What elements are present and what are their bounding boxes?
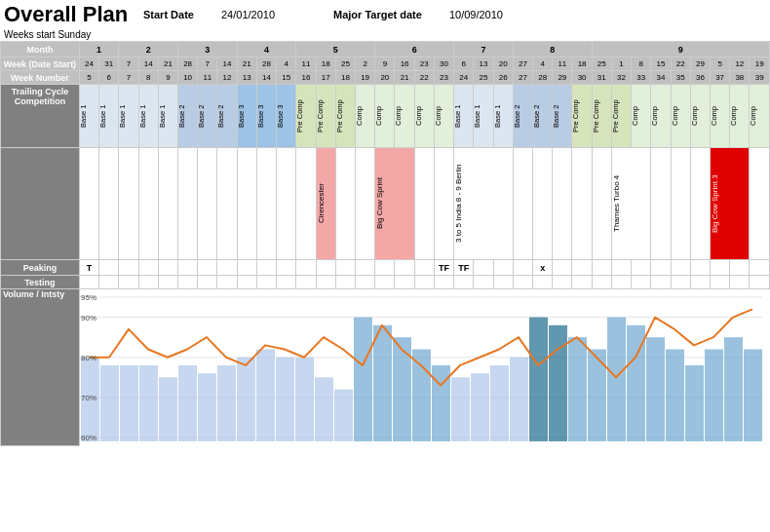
testing-cell [335,276,355,289]
peaking-cell [730,260,750,276]
cycle-cell: Base 1 [454,85,474,148]
week-num-cell: 24 [454,71,474,85]
svg-text:90%: 90% [81,314,96,323]
svg-text:60%: 60% [81,434,96,442]
month-cell: 1 [79,42,118,57]
testing-cell [158,276,177,289]
cycle-cell: Comp [671,85,690,148]
week-date-cell: 27 [513,57,532,71]
svg-rect-19 [334,390,353,441]
cycle-cell: Comp [632,85,651,148]
svg-rect-12 [198,373,216,441]
svg-rect-35 [646,337,665,441]
cycle-cell: Comp [414,85,434,148]
peaking-cell [277,260,296,276]
comp-empty-cell [651,148,671,260]
testing-cell [671,276,690,289]
week-date-cell: 7 [119,57,138,71]
testing-cell [711,276,730,289]
testing-cell [178,276,198,289]
svg-rect-28 [510,358,528,441]
svg-rect-18 [315,377,333,441]
start-date-value: 24/01/2010 [221,9,275,20]
week-num-cell: 39 [750,71,770,85]
week-date-cell: 14 [217,57,237,71]
svg-rect-29 [529,318,548,441]
week-date-cell: 1 [611,57,631,71]
cycle-cell: Comp [730,85,750,148]
week-num-cell: 23 [434,71,453,85]
week-num-cell: 31 [592,71,611,85]
peaking-cell [119,260,138,276]
testing-cell [493,276,513,289]
cycle-cell: Comp [395,85,414,148]
week-date-cell: 22 [671,57,690,71]
week-date-cell: 21 [158,57,177,71]
competition-label [1,148,80,260]
testing-cell [99,276,119,289]
weeks-start-label: Weeks start Sunday [0,29,770,41]
week-num-cell: 19 [356,71,375,85]
peaking-cell [335,260,355,276]
testing-cell [138,276,158,289]
comp-empty-cell [513,148,532,260]
comp-empty-cell [335,148,355,260]
comp-empty-cell [237,148,256,260]
svg-rect-8 [120,365,138,441]
peaking-cell [711,260,730,276]
week-num-cell: 35 [671,71,690,85]
svg-rect-15 [256,349,275,441]
testing-cell [256,276,276,289]
testing-cell [513,276,532,289]
testing-cell [217,276,237,289]
vol-intsty-label: Volume / Intsty [1,289,80,446]
cycle-cell: Base 1 [158,85,177,148]
comp-empty-cell [178,148,198,260]
testing-cell [296,276,316,289]
cycle-cell: Comp [356,85,375,148]
comp-empty-cell [572,148,592,260]
peaking-cell [414,260,434,276]
cycle-cell: Pre Comp [611,85,631,148]
peaking-cell: TF [454,260,474,276]
main-grid: Month123456789Week (Date Start)243171421… [0,41,770,446]
week-date-cell: 28 [256,57,276,71]
testing-cell [592,276,611,289]
week-date-cell: 31 [99,57,119,71]
peaking-cell [632,260,651,276]
cycle-cell: Base 1 [79,85,98,148]
week-date-cell: 15 [651,57,671,71]
month-label: Month [1,42,80,57]
week-date-cell: 28 [178,57,198,71]
week-date-cell: 29 [690,57,710,71]
svg-rect-21 [373,325,392,441]
week-num-cell: 8 [138,71,158,85]
week-date-label: Week (Date Start) [1,57,80,71]
peaking-cell [158,260,177,276]
testing-cell [611,276,631,289]
svg-rect-22 [393,337,411,441]
testing-cell [690,276,710,289]
svg-rect-9 [139,365,158,441]
svg-rect-20 [354,318,372,441]
testing-cell [750,276,770,289]
peaking-cell [553,260,572,276]
svg-rect-23 [412,349,431,441]
week-num-cell: 13 [237,71,256,85]
svg-rect-30 [549,325,567,441]
week-date-cell: 23 [414,57,434,71]
week-num-cell: 36 [690,71,710,85]
week-num-cell: 9 [158,71,177,85]
svg-text:80%: 80% [81,354,96,362]
testing-cell [79,276,98,289]
week-num-cell: 37 [711,71,730,85]
week-date-cell: 9 [375,57,395,71]
svg-rect-13 [217,365,236,441]
peaking-cell [256,260,276,276]
testing-cell [632,276,651,289]
testing-cell [316,276,335,289]
week-num-cell: 21 [395,71,414,85]
testing-cell [356,276,375,289]
testing-label: Testing [1,276,80,289]
comp-empty-cell [356,148,375,260]
